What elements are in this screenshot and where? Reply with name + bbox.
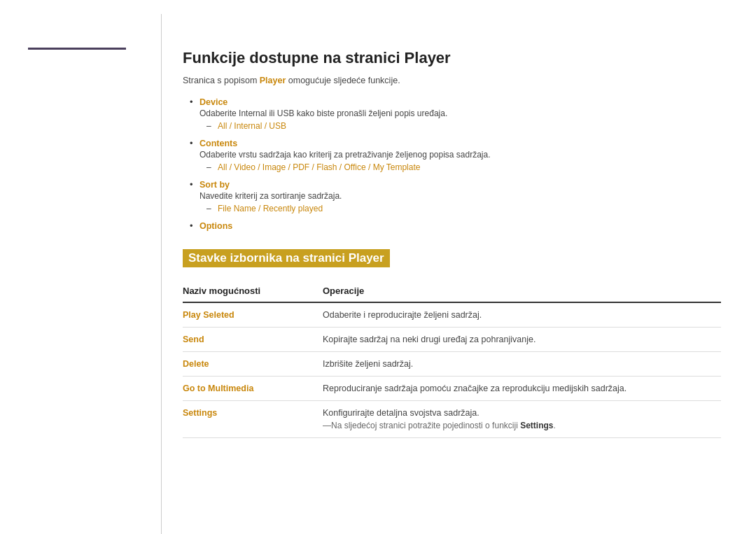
bullet-label-sortby: Sort by (200, 180, 230, 190)
main-content: Funkcije dostupne na stranici Player Str… (161, 14, 756, 534)
list-item-contents: Contents Odaberite vrstu sadržaja kao kr… (190, 138, 721, 172)
bullet-desc-device: Odaberite Internal ili USB kako biste pr… (200, 108, 721, 118)
contents-sub-list: All / Video / Image / PDF / Flash / Offi… (206, 162, 721, 172)
settings-main-desc: Konfigurirajte detaljna svojstva sadržaj… (323, 408, 721, 418)
row-desc-send: Kopirajte sadržaj na neki drugi uređaj z… (323, 328, 721, 352)
row-name-send: Send (183, 328, 323, 352)
list-item-sortby: Sort by Navedite kriterij za sortiranje … (190, 179, 721, 213)
device-sub-list: All / Internal / USB (206, 121, 721, 131)
bullet-label-device: Device (200, 97, 227, 107)
intro-highlight: Player (260, 76, 286, 85)
col1-header: Naziv mogućnosti (183, 281, 323, 302)
internal-highlight: Internal (239, 108, 267, 118)
row-name-play: Play Seleted (183, 302, 323, 328)
sortby-sub-item: File Name / Recently played (206, 204, 721, 213)
table-row-delete: Delete Izbrišite željeni sadržaj. (183, 352, 721, 377)
row-desc-play: Odaberite i reproducirajte željeni sadrž… (323, 302, 721, 328)
table-header: Naziv mogućnosti Operacije (183, 281, 721, 302)
bullet-desc-contents: Odaberite vrstu sadržaja kao kriterij za… (200, 150, 721, 160)
row-name-settings: Settings (183, 401, 323, 438)
features-table: Naziv mogućnosti Operacije Play Seleted … (183, 281, 721, 438)
row-name-delete: Delete (183, 352, 323, 377)
bullet-label-contents: Contents (200, 139, 237, 148)
row-name-multimedia: Go to Multimedia (183, 377, 323, 401)
bullet-desc-sortby: Navedite kriterij za sortiranje sadržaja… (200, 191, 721, 201)
table-row-play: Play Seleted Odaberite i reproducirajte … (183, 302, 721, 328)
features-list: Device Odaberite Internal ili USB kako b… (190, 97, 721, 231)
section1-title: Funkcije dostupne na stranici Player (183, 49, 721, 67)
sidebar-accent-line (28, 48, 126, 50)
intro-text-after: omogućuje sljedeće funkcije. (286, 76, 400, 85)
sortby-sub-list: File Name / Recently played (206, 204, 721, 213)
section2-title: Stavke izbornika na stranici Player (183, 249, 390, 267)
table-row-send: Send Kopirajte sadržaj na neki drugi ure… (183, 328, 721, 352)
left-sidebar (0, 0, 161, 534)
row-desc-settings: Konfigurirajte detaljna svojstva sadržaj… (323, 401, 721, 438)
list-item-options: Options (190, 220, 721, 231)
table-row-multimedia: Go to Multimedia Reproduciranje sadržaja… (183, 377, 721, 401)
contents-sub-item: All / Video / Image / PDF / Flash / Offi… (206, 162, 721, 172)
usb-highlight: USB (277, 108, 295, 118)
device-sub-item: All / Internal / USB (206, 121, 721, 131)
intro-paragraph: Stranica s popisom Player omogućuje slje… (183, 76, 721, 85)
row-desc-delete: Izbrišite željeni sadržaj. (323, 352, 721, 377)
table-row-settings: Settings Konfigurirajte detaljna svojstv… (183, 401, 721, 438)
settings-note: —Na sljedećoj stranici potražite pojedin… (323, 421, 721, 430)
settings-link: Settings (520, 421, 553, 430)
row-desc-multimedia: Reproduciranje sadržaja pomoću značajke … (323, 377, 721, 401)
bullet-label-options: Options (200, 221, 232, 231)
list-item-device: Device Odaberite Internal ili USB kako b… (190, 97, 721, 131)
page-container: Funkcije dostupne na stranici Player Str… (0, 0, 756, 534)
intro-text-before: Stranica s popisom (183, 76, 260, 85)
col2-header: Operacije (323, 281, 721, 302)
section2-title-wrapper: Stavke izbornika na stranici Player (183, 245, 721, 281)
